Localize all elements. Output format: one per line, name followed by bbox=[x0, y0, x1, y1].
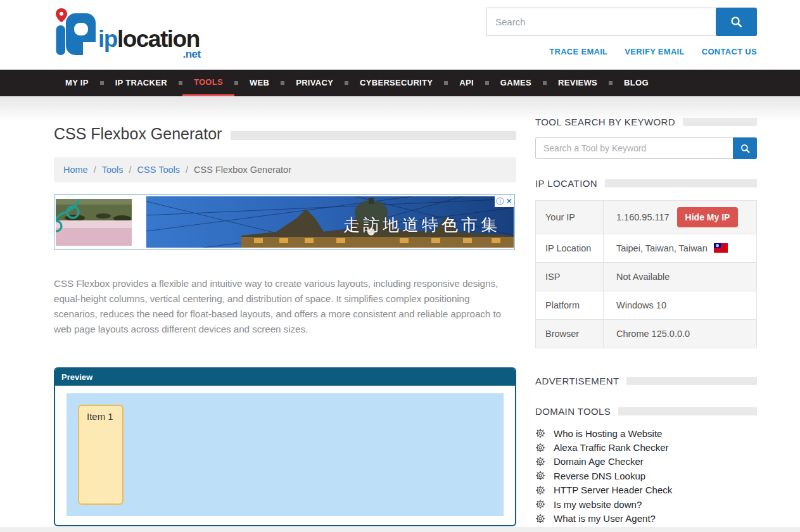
ad-info-icon[interactable]: ⓘ bbox=[496, 196, 504, 207]
gear-icon bbox=[535, 471, 545, 481]
flex-item-1[interactable]: Item 1 bbox=[78, 405, 124, 505]
gear-icon bbox=[535, 514, 545, 524]
row-value: Chrome 125.0.0.0 bbox=[604, 320, 757, 348]
domain-tool-user-agent[interactable]: What is my User Agent? bbox=[535, 511, 757, 525]
preview-panel: Preview Item 1 bbox=[54, 367, 516, 526]
taiwan-flag-icon bbox=[714, 243, 728, 253]
row-label: Your IP bbox=[536, 201, 604, 234]
nav-item-privacy[interactable]: PRIVACY bbox=[284, 70, 345, 96]
hide-my-ip-button[interactable]: Hide My IP bbox=[677, 207, 739, 227]
your-ip-value: 1.160.95.117 bbox=[616, 212, 670, 222]
gear-icon bbox=[535, 485, 545, 495]
gear-icon bbox=[535, 457, 545, 467]
breadcrumb-tools[interactable]: Tools bbox=[102, 165, 124, 175]
domain-tools-list: Who is Hosting a Website Alexa Traffic R… bbox=[535, 426, 757, 526]
site-logo[interactable]: iplocation .net bbox=[54, 8, 200, 60]
tool-search-input[interactable] bbox=[535, 137, 733, 159]
tool-description: CSS Flexbox provides a flexible and intu… bbox=[54, 276, 505, 338]
verify-email-link[interactable]: VERIFY EMAIL bbox=[625, 47, 684, 56]
sidebar: TOOL SEARCH BY KEYWORD IP LOCATION Your … bbox=[535, 114, 757, 526]
logo-wordmark: iplocation bbox=[98, 27, 200, 51]
ip-location-heading: IP LOCATION bbox=[535, 178, 757, 189]
nav-item-ip-tracker[interactable]: IP TRACKER bbox=[104, 70, 179, 96]
logo-icon bbox=[54, 8, 96, 60]
search-icon bbox=[730, 15, 743, 28]
title-decoration-bar bbox=[231, 131, 516, 140]
heading-decoration-bar bbox=[618, 407, 757, 415]
ip-location-value: Taipei, Taiwan, Taiwan bbox=[616, 243, 708, 253]
ip-location-table: Your IP 1.160.95.117 Hide My IP IP Locat… bbox=[535, 200, 757, 348]
breadcrumb-current: CSS Flexbox Generator bbox=[194, 165, 291, 175]
tool-search-heading: TOOL SEARCH BY KEYWORD bbox=[535, 117, 757, 127]
row-label: IP Location bbox=[536, 234, 604, 263]
table-row-your-ip: Your IP 1.160.95.117 Hide My IP bbox=[536, 201, 757, 234]
row-value: Not Available bbox=[604, 263, 757, 291]
advertisement-heading: ADVERTISEMENT bbox=[535, 376, 757, 386]
nav-item-my-ip[interactable]: MY IP bbox=[54, 70, 100, 96]
preview-panel-header: Preview bbox=[55, 369, 515, 386]
page-bottom-strip bbox=[0, 527, 800, 532]
row-label: Browser bbox=[536, 320, 604, 348]
heading-decoration-bar bbox=[683, 118, 757, 126]
ad-overlay-text: 走訪地道特色市集 bbox=[343, 214, 500, 236]
row-label: Platform bbox=[536, 291, 604, 320]
breadcrumb-css-tools[interactable]: CSS Tools bbox=[137, 165, 180, 175]
nav-item-reviews[interactable]: REVIEWS bbox=[547, 70, 609, 96]
site-search-button[interactable] bbox=[716, 8, 757, 36]
gear-icon bbox=[535, 443, 545, 453]
page-title: CSS Flexbox Generator bbox=[54, 124, 222, 143]
nav-item-cybersecurity[interactable]: CYBERSECURITY bbox=[348, 70, 444, 96]
flex-container-preview: Item 1 bbox=[67, 393, 504, 516]
breadcrumb-separator bbox=[129, 165, 132, 175]
domain-tool-reverse-dns[interactable]: Reverse DNS Lookup bbox=[535, 469, 757, 483]
breadcrumb-separator bbox=[94, 165, 96, 175]
heading-decoration-bar bbox=[605, 179, 757, 187]
nav-item-web[interactable]: WEB bbox=[238, 70, 281, 96]
site-header: iplocation .net TRACE EMAIL VERIFY EMAIL… bbox=[0, 0, 800, 70]
row-value: 1.160.95.117 Hide My IP bbox=[604, 201, 757, 234]
nav-item-blog[interactable]: BLOG bbox=[613, 70, 660, 96]
header-right: TRACE EMAIL VERIFY EMAIL CONTACT US bbox=[486, 8, 757, 60]
domain-tools-heading: DOMAIN TOOLS bbox=[535, 406, 757, 417]
domain-tool-website-down[interactable]: Is my website down? bbox=[535, 497, 757, 511]
header-links: TRACE EMAIL VERIFY EMAIL CONTACT US bbox=[486, 47, 757, 56]
breadcrumb-home[interactable]: Home bbox=[63, 165, 88, 175]
main-nav: MY IP IP TRACKER TOOLS WEB PRIVACY CYBER… bbox=[0, 70, 800, 96]
ad-choices: ⓘ ✕ bbox=[495, 196, 514, 207]
table-row-browser: Browser Chrome 125.0.0.0 bbox=[536, 320, 757, 348]
nav-item-api[interactable]: API bbox=[448, 70, 485, 96]
trace-email-link[interactable]: TRACE EMAIL bbox=[549, 47, 607, 56]
row-value: Taipei, Taiwan, Taiwan bbox=[604, 234, 757, 263]
nav-item-games[interactable]: GAMES bbox=[489, 70, 543, 96]
search-icon bbox=[740, 143, 751, 154]
ad-close-icon[interactable]: ✕ bbox=[506, 196, 512, 207]
ad-image-landscape bbox=[56, 199, 132, 248]
row-label: ISP bbox=[536, 263, 604, 291]
gear-icon bbox=[535, 428, 545, 438]
site-search-input[interactable] bbox=[486, 8, 716, 36]
heading-decoration-bar bbox=[626, 377, 757, 385]
domain-tool-who-is-hosting[interactable]: Who is Hosting a Website bbox=[535, 426, 757, 440]
site-search bbox=[486, 8, 757, 36]
contact-us-link[interactable]: CONTACT US bbox=[702, 47, 757, 56]
row-value: Windows 10 bbox=[604, 291, 757, 320]
breadcrumb-separator bbox=[186, 165, 188, 175]
preview-panel-body: Item 1 bbox=[55, 386, 515, 525]
domain-tool-domain-age[interactable]: Domain Age Checker bbox=[535, 455, 757, 469]
nav-item-tools[interactable]: TOOLS bbox=[182, 70, 234, 96]
domain-tool-alexa-rank[interactable]: Alexa Traffic Rank Checker bbox=[535, 440, 757, 454]
gear-icon bbox=[535, 499, 545, 509]
tool-search bbox=[535, 137, 757, 159]
domain-tool-http-header[interactable]: HTTP Server Header Check bbox=[535, 483, 757, 497]
tool-search-button[interactable] bbox=[733, 137, 757, 159]
table-row-isp: ISP Not Available bbox=[536, 263, 757, 291]
breadcrumb: Home Tools CSS Tools CSS Flexbox Generat… bbox=[54, 157, 516, 182]
table-row-ip-location: IP Location Taipei, Taiwan, Taiwan bbox=[536, 234, 757, 263]
ad-banner[interactable]: 走訪地道特色市集 ⓘ ✕ bbox=[54, 194, 515, 250]
logo-tld: .net bbox=[183, 48, 201, 61]
table-row-platform: Platform Windows 10 bbox=[536, 291, 757, 320]
